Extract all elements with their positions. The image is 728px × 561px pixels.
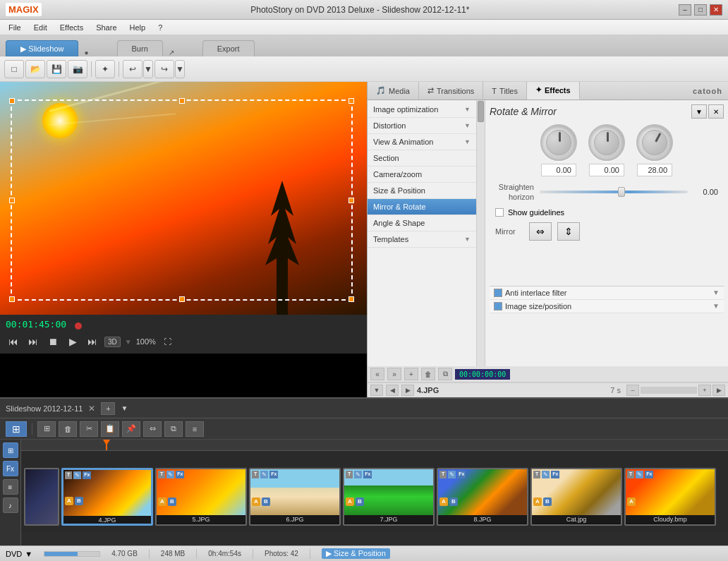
tl-video-icon[interactable]: ⊞ (3, 442, 18, 458)
redo-dropdown[interactable]: ▼ (175, 60, 185, 78)
effects-add-button[interactable]: + (404, 368, 418, 380)
tl-paste-button[interactable]: 📌 (122, 421, 140, 437)
mirror-horizontal-button[interactable]: ⇔ (529, 222, 552, 241)
scroll-thumb[interactable] (478, 101, 484, 122)
prev-frame-button[interactable]: ⏭ (25, 334, 41, 349)
redo-button[interactable]: ↪ (154, 60, 174, 78)
tl-group-button[interactable]: ⧉ (164, 421, 183, 437)
save-button[interactable]: 💾 (47, 60, 66, 78)
clip-6jpg[interactable]: T ✎ Fx 6.JPG 00:07:00 A B (249, 468, 341, 526)
status-mode-button[interactable]: ▶ Size & Position (322, 548, 390, 559)
close-button[interactable]: ✕ (710, 4, 722, 16)
menu-file[interactable]: File (3, 22, 27, 33)
tab-burn[interactable]: Burn (117, 40, 163, 56)
rp-minus[interactable]: – (626, 385, 639, 396)
tl-chevron[interactable]: ▼ (121, 404, 128, 412)
tab-titles[interactable]: T Titles (483, 82, 527, 99)
rp-right-button[interactable]: ▶ (401, 385, 414, 396)
tl-delete-button[interactable]: 🗑 (59, 421, 77, 437)
clip-catjpg[interactable]: T ✎ Fx Cat.jpg 00:07:00 A B (530, 468, 622, 526)
effects-prev-button[interactable]: « (370, 368, 384, 380)
clip-5jpg[interactable]: T ✎ Fx 5.JPG 00:07:00 A B (155, 468, 247, 526)
clip-4jpg-label: 4.JPG (63, 516, 151, 524)
main-content: 00:01:45:00 ⏮ ⏭ ⏹ ▶ ⏭ 3D ▼ 100% ⛶ (0, 82, 728, 545)
tab-slideshow[interactable]: ▶ Slideshow (6, 40, 78, 56)
tl-copy-button[interactable]: 📋 (101, 421, 119, 437)
tl-mode-icon[interactable]: ⊞ (6, 421, 27, 437)
fullscreen-button[interactable]: ⛶ (160, 334, 176, 349)
fast-forward-button[interactable]: ⏭ (85, 334, 100, 349)
horizon-thumb[interactable] (618, 187, 625, 197)
rp-scrollbar[interactable] (641, 387, 697, 394)
effect-item-7[interactable]: Angle & Shape (368, 215, 476, 231)
clip-8jpg[interactable]: T ✎ Fx 8.JPG 00:07:00 A B (437, 468, 528, 526)
tl-audio-icon[interactable]: ♪ (3, 497, 18, 513)
effect-item-2[interactable]: View & Animation ▼ (368, 134, 476, 150)
stop-button[interactable]: ⏹ (45, 334, 61, 349)
effect-item-0[interactable]: Image optimization ▼ (368, 102, 476, 118)
playhead[interactable] (106, 440, 107, 450)
tab-media[interactable]: 🎵 Media (368, 82, 419, 99)
horizon-row: Straightenhorizon 0.00 (490, 179, 724, 205)
effect-item-8[interactable]: Templates ▼ (368, 231, 476, 248)
magic-button[interactable]: ✦ (95, 60, 115, 78)
open-button[interactable]: 📂 (25, 60, 45, 78)
rm-close[interactable]: ✕ (708, 104, 724, 119)
dial-2[interactable] (588, 124, 625, 161)
filter-expand-0[interactable]: ▼ (712, 289, 720, 296)
clip-cloudybmp[interactable]: T ✎ Fx Cloudy.bmp 00:07:00 A (624, 468, 716, 526)
effects-copy-button[interactable]: ⧉ (438, 368, 452, 380)
new-button[interactable]: □ (4, 60, 24, 78)
undo-button[interactable]: ↩ (123, 60, 142, 78)
dial-3[interactable] (636, 124, 673, 161)
menu-effects[interactable]: Effects (54, 22, 89, 33)
tab-export[interactable]: Export (202, 40, 255, 56)
timeline-close[interactable]: ✕ (88, 404, 95, 414)
snapshot-button[interactable]: 📷 (68, 60, 87, 78)
filter-expand-1[interactable]: ▼ (712, 302, 720, 310)
filter-checkbox-0[interactable] (494, 289, 502, 297)
tl-cut-button[interactable]: ✂ (80, 421, 98, 437)
effect-item-6[interactable]: Mirror & Rotate (368, 199, 476, 215)
effect-item-1[interactable]: Distortion ▼ (368, 118, 476, 134)
rp-plus[interactable]: + (698, 385, 711, 396)
rp-expand[interactable]: ▶ (712, 385, 725, 396)
clip-0[interactable] (24, 468, 59, 526)
effect-item-5[interactable]: Size & Position (368, 183, 476, 199)
tab-effects[interactable]: ✦ Effects (527, 82, 580, 99)
tl-fx-icon[interactable]: Fx (3, 461, 18, 476)
effects-delete-button[interactable]: 🗑 (421, 368, 435, 380)
tl-add-button[interactable]: + (101, 402, 115, 415)
rp-left-button[interactable]: ◀ (386, 385, 399, 396)
filter-checkbox-1[interactable] (494, 302, 502, 310)
filter-item-1: Image size/position ▼ (490, 300, 724, 313)
effects-list-scrollbar[interactable] (477, 100, 485, 366)
clip-7jpg[interactable]: T ✎ Fx 7.JPG 00:07:00 A B (343, 468, 435, 526)
play-button[interactable]: ▶ (65, 334, 80, 349)
effect-item-3[interactable]: Section (368, 150, 476, 167)
menu-share[interactable]: Share (90, 22, 122, 33)
rewind-button[interactable]: ⏮ (6, 334, 21, 349)
effect-item-4[interactable]: Camera/zoom (368, 167, 476, 183)
status-format-dropdown[interactable]: ▼ (25, 550, 32, 558)
menu-help[interactable]: Help (124, 22, 152, 33)
tab-transitions[interactable]: ⇄ Transitions (419, 82, 483, 99)
maximize-button[interactable]: □ (694, 4, 707, 16)
tl-props-button[interactable]: ⊞ (37, 421, 56, 437)
menu-question[interactable]: ? (152, 22, 168, 33)
rp-down-button[interactable]: ▼ (370, 385, 383, 396)
minimize-button[interactable]: – (679, 4, 691, 16)
horizon-slider[interactable] (540, 191, 688, 193)
menu-edit[interactable]: Edit (28, 22, 53, 33)
tl-multitrack-button[interactable]: ≡ (186, 421, 204, 437)
undo-dropdown[interactable]: ▼ (143, 60, 153, 78)
rm-dropdown[interactable]: ▼ (691, 104, 707, 119)
dial-1[interactable] (540, 124, 577, 161)
effects-next-button[interactable]: » (387, 368, 401, 380)
mirror-vertical-button[interactable]: ⇕ (557, 222, 580, 241)
record-button[interactable] (75, 322, 82, 330)
tl-track-icon[interactable]: ≡ (3, 479, 18, 495)
tl-split-button[interactable]: ⇔ (143, 421, 162, 437)
guidelines-checkbox[interactable] (495, 208, 504, 217)
clip-4jpg[interactable]: T ✎ Fx 4.JPG 00:07:00 A B (61, 468, 153, 526)
